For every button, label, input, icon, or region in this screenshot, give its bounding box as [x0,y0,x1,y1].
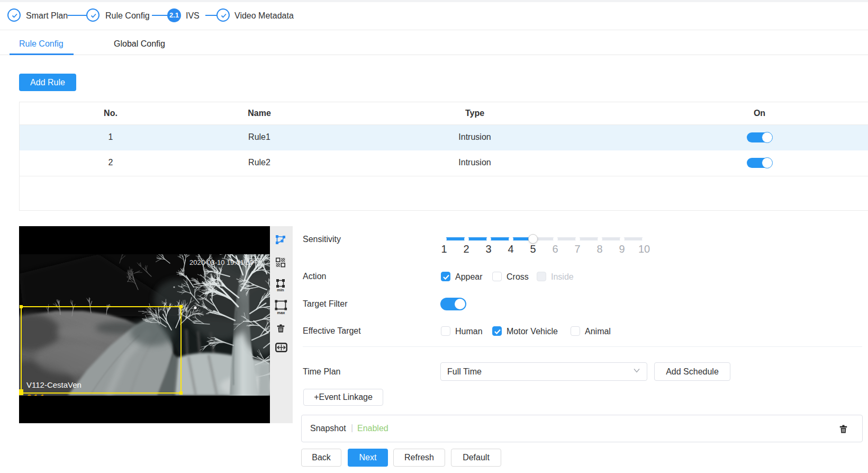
svg-text:V112-CestaVen: V112-CestaVen [26,380,82,389]
svg-text:min: min [277,288,284,292]
svg-text:2020-03-10 19:01:59: 2020-03-10 19:01:59 [189,258,254,266]
svg-text:max: max [277,310,285,315]
